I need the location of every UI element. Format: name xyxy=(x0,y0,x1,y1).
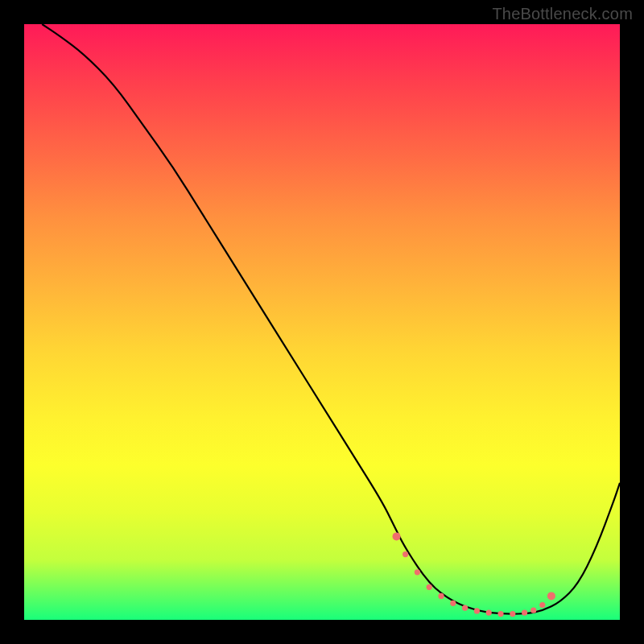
highlight-markers xyxy=(393,532,555,617)
highlight-marker xyxy=(547,592,555,600)
highlight-marker xyxy=(474,608,480,613)
highlight-marker xyxy=(522,610,527,616)
highlight-marker xyxy=(402,551,408,557)
highlight-marker xyxy=(510,611,515,617)
attribution-text: TheBottleneck.com xyxy=(492,5,633,23)
chart-frame: TheBottleneck.com xyxy=(0,0,644,644)
highlight-marker xyxy=(438,593,444,599)
highlight-marker xyxy=(393,532,401,540)
curve-svg xyxy=(24,24,620,620)
highlight-marker xyxy=(450,601,456,606)
highlight-marker xyxy=(497,611,503,617)
highlight-marker xyxy=(415,569,420,575)
highlight-marker xyxy=(462,605,468,611)
highlight-marker xyxy=(486,610,492,616)
highlight-marker xyxy=(539,602,545,608)
highlight-marker xyxy=(530,608,536,613)
plot-area xyxy=(24,24,620,620)
bottleneck-curve-path xyxy=(42,24,620,614)
highlight-marker xyxy=(427,584,432,590)
